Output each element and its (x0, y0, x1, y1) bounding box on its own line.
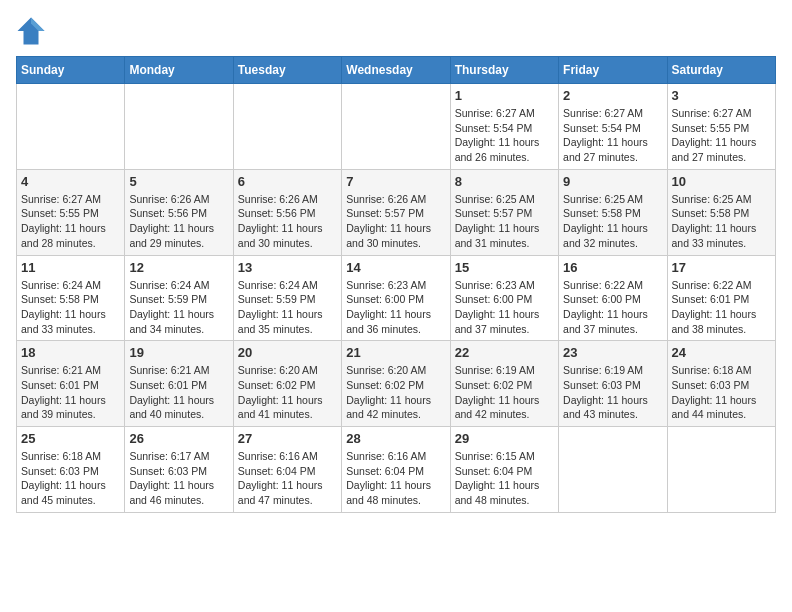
day-info: Sunrise: 6:15 AM Sunset: 6:04 PM Dayligh… (455, 449, 554, 508)
calendar-cell: 22Sunrise: 6:19 AM Sunset: 6:02 PM Dayli… (450, 341, 558, 427)
calendar-cell: 4Sunrise: 6:27 AM Sunset: 5:55 PM Daylig… (17, 169, 125, 255)
calendar-week-5: 25Sunrise: 6:18 AM Sunset: 6:03 PM Dayli… (17, 427, 776, 513)
day-info: Sunrise: 6:18 AM Sunset: 6:03 PM Dayligh… (21, 449, 120, 508)
calendar-cell: 18Sunrise: 6:21 AM Sunset: 6:01 PM Dayli… (17, 341, 125, 427)
day-number: 28 (346, 431, 445, 446)
day-info: Sunrise: 6:26 AM Sunset: 5:57 PM Dayligh… (346, 192, 445, 251)
calendar-table: SundayMondayTuesdayWednesdayThursdayFrid… (16, 56, 776, 513)
calendar-week-4: 18Sunrise: 6:21 AM Sunset: 6:01 PM Dayli… (17, 341, 776, 427)
day-info: Sunrise: 6:22 AM Sunset: 6:00 PM Dayligh… (563, 278, 662, 337)
calendar-cell: 24Sunrise: 6:18 AM Sunset: 6:03 PM Dayli… (667, 341, 775, 427)
day-number: 10 (672, 174, 771, 189)
calendar-cell: 10Sunrise: 6:25 AM Sunset: 5:58 PM Dayli… (667, 169, 775, 255)
day-number: 8 (455, 174, 554, 189)
day-number: 14 (346, 260, 445, 275)
day-number: 4 (21, 174, 120, 189)
dow-header-tuesday: Tuesday (233, 57, 341, 84)
day-info: Sunrise: 6:19 AM Sunset: 6:03 PM Dayligh… (563, 363, 662, 422)
calendar-cell: 29Sunrise: 6:15 AM Sunset: 6:04 PM Dayli… (450, 427, 558, 513)
calendar-cell: 28Sunrise: 6:16 AM Sunset: 6:04 PM Dayli… (342, 427, 450, 513)
calendar-week-1: 1Sunrise: 6:27 AM Sunset: 5:54 PM Daylig… (17, 84, 776, 170)
day-info: Sunrise: 6:21 AM Sunset: 6:01 PM Dayligh… (129, 363, 228, 422)
calendar-cell: 25Sunrise: 6:18 AM Sunset: 6:03 PM Dayli… (17, 427, 125, 513)
calendar-cell: 21Sunrise: 6:20 AM Sunset: 6:02 PM Dayli… (342, 341, 450, 427)
calendar-cell (17, 84, 125, 170)
dow-header-wednesday: Wednesday (342, 57, 450, 84)
calendar-cell: 1Sunrise: 6:27 AM Sunset: 5:54 PM Daylig… (450, 84, 558, 170)
day-info: Sunrise: 6:25 AM Sunset: 5:57 PM Dayligh… (455, 192, 554, 251)
calendar-cell: 15Sunrise: 6:23 AM Sunset: 6:00 PM Dayli… (450, 255, 558, 341)
day-number: 1 (455, 88, 554, 103)
day-info: Sunrise: 6:26 AM Sunset: 5:56 PM Dayligh… (238, 192, 337, 251)
day-number: 18 (21, 345, 120, 360)
day-number: 20 (238, 345, 337, 360)
day-info: Sunrise: 6:20 AM Sunset: 6:02 PM Dayligh… (346, 363, 445, 422)
day-number: 11 (21, 260, 120, 275)
calendar-cell: 14Sunrise: 6:23 AM Sunset: 6:00 PM Dayli… (342, 255, 450, 341)
day-info: Sunrise: 6:24 AM Sunset: 5:59 PM Dayligh… (129, 278, 228, 337)
day-number: 7 (346, 174, 445, 189)
day-info: Sunrise: 6:25 AM Sunset: 5:58 PM Dayligh… (563, 192, 662, 251)
day-number: 16 (563, 260, 662, 275)
day-number: 3 (672, 88, 771, 103)
day-number: 29 (455, 431, 554, 446)
day-number: 17 (672, 260, 771, 275)
day-number: 12 (129, 260, 228, 275)
day-info: Sunrise: 6:26 AM Sunset: 5:56 PM Dayligh… (129, 192, 228, 251)
day-info: Sunrise: 6:25 AM Sunset: 5:58 PM Dayligh… (672, 192, 771, 251)
day-info: Sunrise: 6:23 AM Sunset: 6:00 PM Dayligh… (346, 278, 445, 337)
day-number: 9 (563, 174, 662, 189)
calendar-cell: 13Sunrise: 6:24 AM Sunset: 5:59 PM Dayli… (233, 255, 341, 341)
day-number: 2 (563, 88, 662, 103)
days-of-week-row: SundayMondayTuesdayWednesdayThursdayFrid… (17, 57, 776, 84)
logo-icon (16, 16, 46, 46)
day-number: 5 (129, 174, 228, 189)
calendar-cell (233, 84, 341, 170)
calendar-cell: 11Sunrise: 6:24 AM Sunset: 5:58 PM Dayli… (17, 255, 125, 341)
calendar-cell: 2Sunrise: 6:27 AM Sunset: 5:54 PM Daylig… (559, 84, 667, 170)
calendar-body: 1Sunrise: 6:27 AM Sunset: 5:54 PM Daylig… (17, 84, 776, 513)
calendar-cell (342, 84, 450, 170)
calendar-cell: 3Sunrise: 6:27 AM Sunset: 5:55 PM Daylig… (667, 84, 775, 170)
day-info: Sunrise: 6:21 AM Sunset: 6:01 PM Dayligh… (21, 363, 120, 422)
day-number: 23 (563, 345, 662, 360)
day-number: 21 (346, 345, 445, 360)
calendar-cell (559, 427, 667, 513)
calendar-cell: 17Sunrise: 6:22 AM Sunset: 6:01 PM Dayli… (667, 255, 775, 341)
calendar-cell: 16Sunrise: 6:22 AM Sunset: 6:00 PM Dayli… (559, 255, 667, 341)
page-header (16, 16, 776, 46)
day-info: Sunrise: 6:16 AM Sunset: 6:04 PM Dayligh… (238, 449, 337, 508)
dow-header-saturday: Saturday (667, 57, 775, 84)
day-info: Sunrise: 6:27 AM Sunset: 5:54 PM Dayligh… (455, 106, 554, 165)
calendar-cell: 9Sunrise: 6:25 AM Sunset: 5:58 PM Daylig… (559, 169, 667, 255)
calendar-cell: 19Sunrise: 6:21 AM Sunset: 6:01 PM Dayli… (125, 341, 233, 427)
calendar-week-2: 4Sunrise: 6:27 AM Sunset: 5:55 PM Daylig… (17, 169, 776, 255)
calendar-week-3: 11Sunrise: 6:24 AM Sunset: 5:58 PM Dayli… (17, 255, 776, 341)
calendar-cell: 26Sunrise: 6:17 AM Sunset: 6:03 PM Dayli… (125, 427, 233, 513)
day-number: 19 (129, 345, 228, 360)
day-info: Sunrise: 6:27 AM Sunset: 5:55 PM Dayligh… (21, 192, 120, 251)
calendar-cell: 20Sunrise: 6:20 AM Sunset: 6:02 PM Dayli… (233, 341, 341, 427)
day-info: Sunrise: 6:20 AM Sunset: 6:02 PM Dayligh… (238, 363, 337, 422)
day-info: Sunrise: 6:27 AM Sunset: 5:54 PM Dayligh… (563, 106, 662, 165)
logo (16, 16, 50, 46)
day-number: 26 (129, 431, 228, 446)
calendar-cell: 27Sunrise: 6:16 AM Sunset: 6:04 PM Dayli… (233, 427, 341, 513)
calendar-cell: 5Sunrise: 6:26 AM Sunset: 5:56 PM Daylig… (125, 169, 233, 255)
day-info: Sunrise: 6:19 AM Sunset: 6:02 PM Dayligh… (455, 363, 554, 422)
dow-header-sunday: Sunday (17, 57, 125, 84)
calendar-cell: 8Sunrise: 6:25 AM Sunset: 5:57 PM Daylig… (450, 169, 558, 255)
day-info: Sunrise: 6:24 AM Sunset: 5:58 PM Dayligh… (21, 278, 120, 337)
dow-header-monday: Monday (125, 57, 233, 84)
dow-header-thursday: Thursday (450, 57, 558, 84)
day-info: Sunrise: 6:27 AM Sunset: 5:55 PM Dayligh… (672, 106, 771, 165)
day-info: Sunrise: 6:24 AM Sunset: 5:59 PM Dayligh… (238, 278, 337, 337)
day-info: Sunrise: 6:22 AM Sunset: 6:01 PM Dayligh… (672, 278, 771, 337)
day-info: Sunrise: 6:17 AM Sunset: 6:03 PM Dayligh… (129, 449, 228, 508)
day-number: 6 (238, 174, 337, 189)
calendar-cell: 7Sunrise: 6:26 AM Sunset: 5:57 PM Daylig… (342, 169, 450, 255)
calendar-cell (667, 427, 775, 513)
day-number: 25 (21, 431, 120, 446)
day-number: 13 (238, 260, 337, 275)
calendar-cell: 12Sunrise: 6:24 AM Sunset: 5:59 PM Dayli… (125, 255, 233, 341)
